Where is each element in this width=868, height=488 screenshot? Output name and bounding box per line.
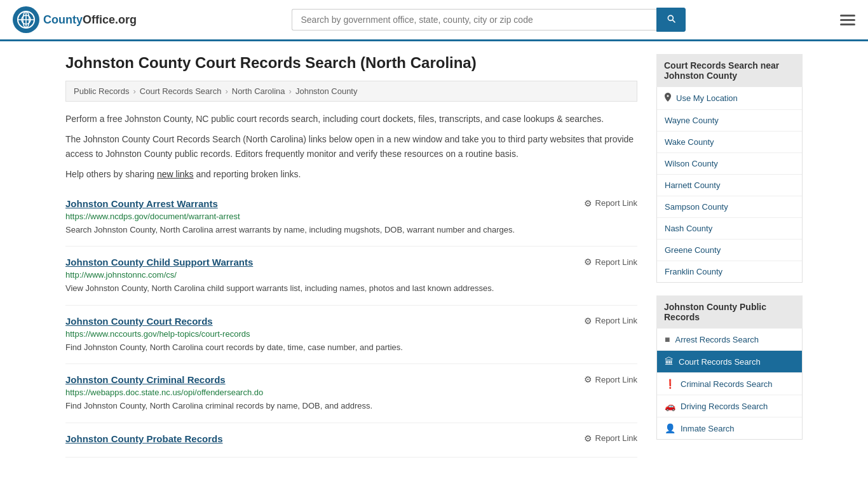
public-records-list: ■ Arrest Records Search 🏛 Court Records … — [656, 329, 803, 440]
nearby-item-label-3: Wilson County — [665, 159, 718, 168]
record-header: Johnston County Arrest Warrants ⚙ Report… — [65, 198, 637, 209]
nearby-item-2[interactable]: Wake County — [657, 132, 802, 153]
menu-button[interactable] — [840, 15, 855, 25]
nearby-item-label-1: Wayne County — [665, 116, 719, 125]
nearby-item-label-7: Greene County — [665, 245, 721, 255]
record-desc-0: Search Johnston County, North Carolina a… — [65, 224, 637, 236]
nearby-item-8[interactable]: Franklin County — [657, 261, 802, 282]
record-title-2[interactable]: Johnston County Court Records — [65, 316, 213, 327]
pr-icon-1: 🏛 — [665, 356, 674, 367]
logo-icon — [13, 6, 39, 33]
report-icon-3: ⚙ — [584, 374, 592, 384]
description-3: Help others by sharing new links and rep… — [65, 167, 637, 181]
nearby-item-5[interactable]: Sampson County — [657, 196, 802, 218]
breadcrumb: Public Records › Court Records Search › … — [65, 81, 637, 102]
nearby-item-label-6: Nash County — [665, 224, 712, 233]
record-desc-2: Find Johnston County, North Carolina cou… — [65, 341, 637, 354]
public-records-item-1[interactable]: 🏛 Court Records Search — [657, 351, 802, 373]
logo-text: CountyOffice.org — [43, 13, 137, 27]
nearby-section: Court Records Search near Johnston Count… — [656, 54, 803, 283]
search-input[interactable] — [292, 9, 656, 30]
nearby-item-label-2: Wake County — [665, 137, 714, 147]
report-link-4[interactable]: ⚙ Report Link — [584, 433, 637, 444]
report-icon-4: ⚙ — [584, 433, 592, 444]
nearby-item-3[interactable]: Wilson County — [657, 153, 802, 175]
description-1: Perform a free Johnston County, NC publi… — [65, 112, 637, 126]
pr-icon-2: ❗ — [665, 379, 675, 389]
sidebar: Court Records Search near Johnston Count… — [656, 54, 803, 458]
nearby-list: Use My Location Wayne CountyWake CountyW… — [656, 87, 803, 283]
record-item: Johnston County Child Support Warrants ⚙… — [65, 247, 637, 306]
nearby-item-label-4: Harnett County — [665, 180, 720, 190]
report-link-0[interactable]: ⚙ Report Link — [584, 198, 637, 208]
nearby-item-6[interactable]: Nash County — [657, 218, 802, 240]
page-title: Johnston County Court Records Search (No… — [65, 54, 637, 72]
record-header: Johnston County Probate Records ⚙ Report… — [65, 433, 637, 444]
record-url-2[interactable]: https://www.nccourts.gov/help-topics/cou… — [65, 329, 637, 339]
record-item: Johnston County Criminal Records ⚙ Repor… — [65, 364, 637, 423]
nearby-item-1[interactable]: Wayne County — [657, 110, 802, 132]
report-link-1[interactable]: ⚙ Report Link — [584, 257, 637, 267]
location-pin-icon — [665, 93, 671, 104]
logo-area[interactable]: CountyOffice.org — [13, 6, 137, 33]
pr-label-2: Criminal Records Search — [681, 379, 773, 389]
public-records-item-0[interactable]: ■ Arrest Records Search — [657, 329, 802, 351]
report-icon-0: ⚙ — [584, 198, 592, 208]
records-list: Johnston County Arrest Warrants ⚙ Report… — [65, 188, 637, 458]
report-icon-2: ⚙ — [584, 316, 592, 326]
record-title-1[interactable]: Johnston County Child Support Warrants — [65, 257, 253, 268]
record-item: Johnston County Court Records ⚙ Report L… — [65, 306, 637, 365]
pr-icon-3: 🚗 — [665, 401, 675, 411]
main-container: Johnston County Court Records Search (No… — [53, 41, 815, 470]
breadcrumb-court-records[interactable]: Court Records Search — [140, 86, 222, 96]
public-records-item-4[interactable]: 👤 Inmate Search — [657, 417, 802, 439]
breadcrumb-public-records[interactable]: Public Records — [74, 86, 129, 96]
pr-icon-0: ■ — [665, 334, 670, 344]
report-icon-1: ⚙ — [584, 257, 592, 267]
report-link-label-3: Report Link — [595, 375, 637, 384]
pr-label-4: Inmate Search — [681, 424, 735, 433]
pr-label-1: Court Records Search — [679, 357, 761, 367]
breadcrumb-north-carolina[interactable]: North Carolina — [232, 86, 285, 96]
record-desc-3: Find Johnston County, North Carolina cri… — [65, 400, 637, 412]
record-title-4[interactable]: Johnston County Probate Records — [65, 433, 223, 444]
public-records-item-3[interactable]: 🚗 Driving Records Search — [657, 395, 802, 417]
breadcrumb-johnston-county[interactable]: Johnston County — [295, 86, 358, 96]
new-links-link[interactable]: new links — [157, 169, 194, 179]
record-url-0[interactable]: https://www.ncdps.gov/document/warrant-a… — [65, 212, 637, 221]
public-records-section: Johnston County Public Records ■ Arrest … — [656, 295, 803, 440]
record-header: Johnston County Child Support Warrants ⚙… — [65, 257, 637, 268]
site-header: CountyOffice.org — [0, 0, 868, 41]
nearby-item-4[interactable]: Harnett County — [657, 175, 802, 196]
report-link-label-0: Report Link — [595, 198, 637, 208]
nearby-item-label-0: Use My Location — [676, 93, 738, 103]
pr-label-3: Driving Records Search — [681, 402, 768, 411]
record-desc-1: View Johnston County, North Carolina chi… — [65, 282, 637, 295]
record-header: Johnston County Court Records ⚙ Report L… — [65, 316, 637, 327]
report-link-label-1: Report Link — [595, 257, 637, 267]
nearby-item-0[interactable]: Use My Location — [657, 87, 802, 110]
search-button[interactable] — [656, 8, 686, 32]
report-link-label-2: Report Link — [595, 316, 637, 325]
nearby-item-label-5: Sampson County — [665, 202, 728, 212]
record-url-1[interactable]: http://www.johnstonnc.com/cs/ — [65, 270, 637, 280]
report-link-3[interactable]: ⚙ Report Link — [584, 374, 637, 384]
pr-icon-4: 👤 — [665, 423, 675, 433]
report-link-label-4: Report Link — [595, 433, 637, 443]
public-records-item-2[interactable]: ❗ Criminal Records Search — [657, 373, 802, 395]
nearby-header: Court Records Search near Johnston Count… — [656, 54, 803, 87]
search-area — [292, 8, 686, 32]
nearby-item-label-8: Franklin County — [665, 267, 722, 276]
nearby-item-7[interactable]: Greene County — [657, 240, 802, 261]
pr-label-0: Arrest Records Search — [675, 335, 759, 344]
record-item: Johnston County Arrest Warrants ⚙ Report… — [65, 188, 637, 247]
record-title-3[interactable]: Johnston County Criminal Records — [65, 374, 226, 385]
record-header: Johnston County Criminal Records ⚙ Repor… — [65, 374, 637, 385]
content-area: Johnston County Court Records Search (No… — [65, 54, 637, 458]
record-url-3[interactable]: https://webapps.doc.state.nc.us/opi/offe… — [65, 388, 637, 397]
public-records-header: Johnston County Public Records — [656, 295, 803, 329]
record-title-0[interactable]: Johnston County Arrest Warrants — [65, 198, 218, 209]
description-2: The Johnston County Court Records Search… — [65, 132, 637, 161]
report-link-2[interactable]: ⚙ Report Link — [584, 316, 637, 326]
record-item: Johnston County Probate Records ⚙ Report… — [65, 423, 637, 458]
